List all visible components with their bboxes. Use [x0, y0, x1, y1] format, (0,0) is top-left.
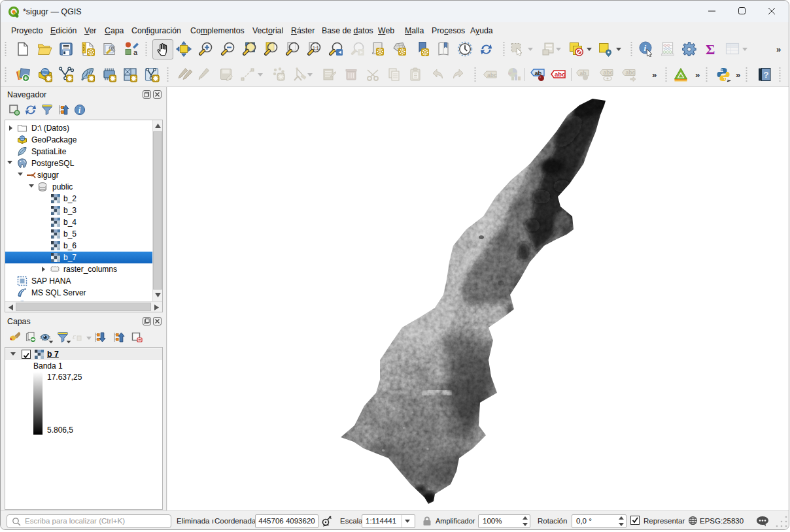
svg-text:1:1: 1:1: [313, 46, 319, 50]
svg-text:?: ?: [764, 70, 769, 80]
svg-text:Σ: Σ: [706, 41, 715, 57]
svg-text:abc: abc: [555, 71, 565, 78]
svg-text:abc: abc: [604, 69, 613, 76]
svg-text:i: i: [644, 43, 647, 53]
svg-text:ε: ε: [73, 332, 76, 341]
svg-text:abc: abc: [487, 72, 497, 78]
svg-text:a: a: [133, 48, 138, 56]
svg-text:abc: abc: [626, 69, 636, 76]
